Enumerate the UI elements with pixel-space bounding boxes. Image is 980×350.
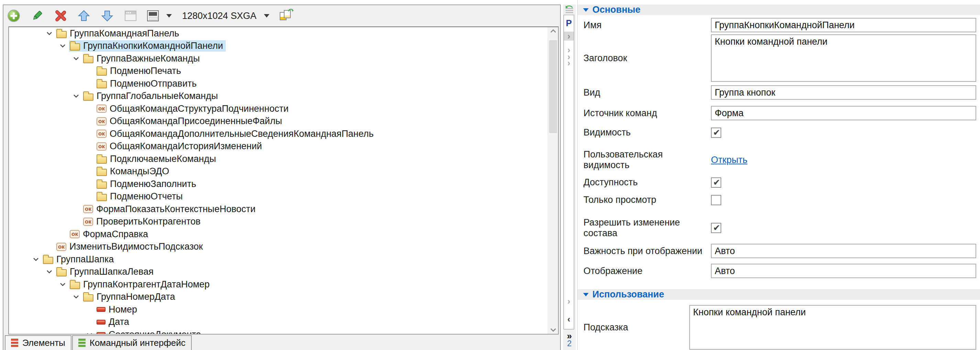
tree-item-body: окОбщаяКомандаИсторияИзменений <box>96 141 264 152</box>
expand-chevron-icon[interactable]: › <box>564 58 574 67</box>
tab-command-interface[interactable]: Командный интерфейс <box>72 335 192 350</box>
tree-item[interactable]: ПодменюОтправить <box>9 77 548 90</box>
tree-item[interactable]: ГруппаКонтрагентДатаНомер <box>9 278 548 291</box>
expander-chevron-icon[interactable] <box>60 44 69 48</box>
preview-mode-button[interactable] <box>147 9 172 23</box>
tree-item-label: ИзменитьВидимостьПодсказок <box>69 241 203 252</box>
expander-chevron-icon[interactable] <box>46 32 56 35</box>
edit-button[interactable] <box>30 9 44 23</box>
property-input[interactable]: ГруппаКнопкиКоманднойПанели <box>711 18 976 32</box>
tree-item-body: окФормаСправка <box>69 229 151 240</box>
tree-item-body: ГруппаВажныеКоманды <box>83 53 202 64</box>
property-checkbox[interactable] <box>711 128 721 138</box>
tree-item-label: ОбщаяКомандаПрисоединенныеФайлы <box>110 116 282 126</box>
tree-scrollbar[interactable] <box>548 27 558 334</box>
command-ok-icon: ок <box>97 142 107 150</box>
tree-item[interactable]: ГруппаКнопкиКоманднойПанели <box>9 40 548 53</box>
tree-item-body: окИзменитьВидимостьПодсказок <box>56 241 205 253</box>
tree-item[interactable]: окФормаСправка <box>9 228 548 241</box>
tree-item[interactable]: окОбщаяКомандаИсторияИзменений <box>9 140 548 153</box>
tree-item-body: КомандыЭДО <box>96 166 172 177</box>
tree-item-label: ГруппаКонтрагентДатаНомер <box>83 279 210 290</box>
tree-item-body: окОбщаяКомандаДополнительныеСведенияКома… <box>96 128 376 140</box>
tree-item[interactable]: ПодменюЗаполнить <box>9 178 548 190</box>
collapsed-tab-letter[interactable]: P <box>564 18 574 29</box>
section-header[interactable]: Использование <box>578 289 980 300</box>
property-label: Доступность <box>584 177 711 188</box>
property-label: Важность при отображении <box>584 246 711 256</box>
tree-item[interactable]: ГруппаГлобальныеКоманды <box>9 90 548 103</box>
property-checkbox[interactable] <box>711 195 721 205</box>
resolution-select[interactable]: 1280x1024 SXGA <box>181 9 269 23</box>
tree-item[interactable]: ГруппаШапкаЛевая <box>9 266 548 278</box>
section-header[interactable]: Основные <box>578 5 980 15</box>
expander-chevron-icon[interactable] <box>87 333 96 334</box>
tree-item-body: ГруппаШапка <box>42 254 116 265</box>
move-down-button[interactable] <box>100 9 114 23</box>
folder-icon <box>97 69 107 76</box>
tree-item[interactable]: ПодменюПечать <box>9 65 548 78</box>
field-icon <box>97 320 105 324</box>
open-link[interactable]: Открыть <box>711 155 748 165</box>
scrollbar-thumb[interactable] <box>549 40 557 133</box>
resolution-label: 1280x1024 SXGA <box>181 11 257 21</box>
tree-item[interactable]: ПодменюОтчеты <box>9 190 548 203</box>
orientation-toggle-button[interactable] <box>279 9 293 23</box>
tree-item[interactable]: КомандыЭДО <box>9 165 548 178</box>
tree-item[interactable]: Дата <box>9 316 548 329</box>
form-properties-button[interactable] <box>124 9 137 23</box>
tree-item[interactable]: окИзменитьВидимостьПодсказок <box>9 241 548 253</box>
property-input[interactable]: Авто <box>711 244 976 258</box>
tree-item-body: ПодменюПечать <box>96 66 184 77</box>
pencil-icon <box>31 10 43 22</box>
expander-chevron-icon[interactable] <box>73 94 83 98</box>
collapse-chevron-icon[interactable]: ‹ <box>564 315 574 323</box>
add-button[interactable] <box>7 9 21 23</box>
tree-item[interactable]: окОбщаяКомандаСтруктураПодчиненности <box>9 102 548 115</box>
expander-chevron-icon[interactable] <box>73 295 83 299</box>
property-textarea[interactable]: Кнопки командной панели <box>689 305 976 350</box>
tree-item[interactable]: Номер <box>9 303 548 316</box>
tree-item[interactable]: окФормаПоказатьКонтекстныеНовости <box>9 203 548 216</box>
section-collapse-icon <box>583 293 589 296</box>
property-input[interactable]: Группа кнопок <box>711 85 976 100</box>
expand-chevron-icon[interactable]: › <box>564 297 574 306</box>
restore-panel-icon[interactable] <box>564 6 574 14</box>
property-row: ИмяГруппаКнопкиКоманднойПанели <box>578 18 980 32</box>
expand-chevron-icon[interactable]: › <box>564 32 574 41</box>
tree-item[interactable]: ГруппаВажныеКоманды <box>9 52 548 65</box>
property-label: Источник команд <box>584 108 711 118</box>
tree-item[interactable]: ГруппаНомерДата <box>9 291 548 304</box>
expander-chevron-icon[interactable] <box>73 57 83 61</box>
tree-item[interactable]: окОбщаяКомандаДополнительныеСведенияКома… <box>9 128 548 140</box>
property-inspector: ОсновныеИмяГруппаКнопкиКоманднойПанелиЗа… <box>577 0 980 350</box>
property-input[interactable]: Форма <box>711 106 976 120</box>
property-checkbox[interactable] <box>711 223 721 233</box>
tree-item[interactable]: ГруппаШапка <box>9 253 548 266</box>
expander-chevron-icon[interactable] <box>60 283 69 286</box>
scroll-up-icon[interactable] <box>548 29 558 34</box>
expander-chevron-icon[interactable] <box>46 270 56 274</box>
tree-item[interactable]: окОбщаяКомандаПрисоединенныеФайлы <box>9 115 548 128</box>
delete-x-icon <box>55 10 66 22</box>
property-checkbox[interactable] <box>711 177 721 188</box>
delete-button[interactable] <box>54 9 67 23</box>
tree-item[interactable]: ГруппаКоманднаяПанель <box>9 27 548 40</box>
tab-elements[interactable]: Элементы <box>5 335 72 350</box>
move-up-button[interactable] <box>77 9 91 23</box>
expander-chevron-icon[interactable] <box>33 257 42 261</box>
tree-item-body: Номер <box>96 304 140 315</box>
folder-icon <box>83 56 94 63</box>
property-label: Заголовок <box>584 53 711 64</box>
command-ok-icon: ок <box>97 117 107 126</box>
tree-item-label: ГруппаКнопкиКоманднойПанели <box>83 41 223 51</box>
property-input[interactable]: Авто <box>711 264 976 278</box>
property-textarea[interactable]: Кнопки командной панели <box>711 34 976 82</box>
tree-item[interactable]: ПодключаемыеКоманды <box>9 153 548 165</box>
tree-item[interactable]: СостояниеДокумента <box>9 328 548 334</box>
strip-overflow[interactable]: » 2 <box>563 332 576 347</box>
collapsed-panel-strip: P › › › › › ‹ » 2 <box>563 5 576 350</box>
tree-item[interactable]: окПроверитьКонтрагентов <box>9 216 548 228</box>
scroll-down-icon[interactable] <box>548 328 558 332</box>
tab-elements-label: Элементы <box>22 338 65 348</box>
